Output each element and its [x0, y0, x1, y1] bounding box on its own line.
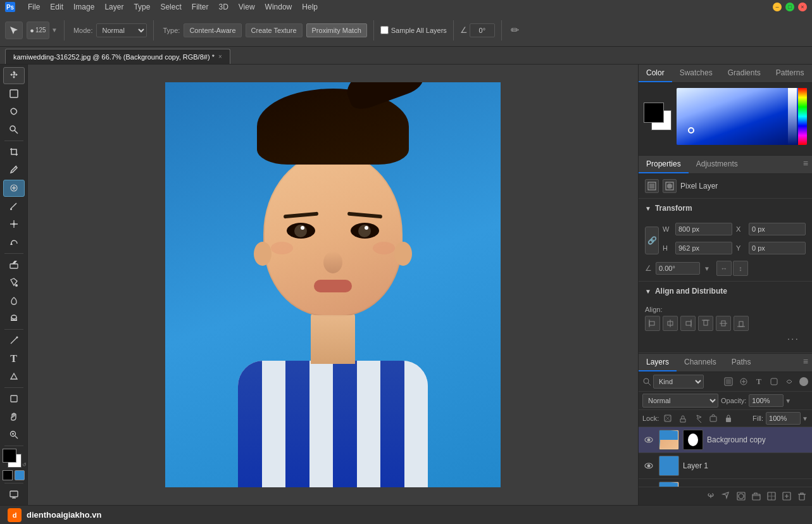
tab-properties[interactable]: Properties [639, 156, 689, 173]
hand-tool[interactable] [3, 408, 25, 425]
dodge-tool[interactable] [3, 310, 25, 327]
menu-help[interactable]: Help [302, 3, 318, 11]
mode-select[interactable]: Normal [96, 23, 147, 37]
brush-preset-button[interactable]: ● 125 [27, 22, 49, 39]
filter-adjustment-button[interactable] [737, 375, 750, 388]
align-horiz-center-button[interactable] [663, 316, 678, 331]
x-input[interactable] [749, 223, 806, 235]
menu-layer[interactable]: Layer [104, 3, 123, 11]
menu-view[interactable]: View [239, 3, 255, 11]
lock-all-button[interactable] [722, 412, 735, 425]
angle-dropdown-icon[interactable]: ▼ [704, 265, 710, 272]
eyedropper-tool[interactable] [3, 161, 25, 178]
minimize-button[interactable]: – [773, 3, 782, 11]
width-input[interactable] [675, 223, 732, 235]
align-vert-center-button[interactable] [716, 316, 731, 331]
alpha-slider[interactable] [788, 88, 797, 145]
quick-mask-icon[interactable] [15, 470, 25, 480]
move-tool[interactable] [3, 67, 25, 84]
sample-all-layers-label[interactable]: Sample All Layers [380, 26, 447, 34]
layers-filter-select[interactable]: Kind [653, 375, 704, 389]
opacity-input[interactable] [749, 394, 784, 407]
properties-panel-menu-button[interactable]: ≡ [799, 156, 812, 173]
reset-colors-icon[interactable]: ↺ [22, 462, 27, 468]
layer-item-background-copy[interactable]: Background copy [639, 427, 812, 453]
filter-type-button[interactable]: T [753, 375, 765, 388]
lock-image-button[interactable] [677, 412, 689, 425]
hue-slider[interactable] [798, 88, 807, 145]
maximize-button[interactable]: □ [785, 3, 794, 11]
tab-adjustments[interactable]: Adjustments [689, 156, 746, 173]
brush-dropdown-icon[interactable]: ▼ [51, 27, 58, 34]
tab-channels[interactable]: Channels [677, 354, 724, 371]
angle-input[interactable] [470, 23, 495, 37]
tab-close-button[interactable]: × [218, 53, 222, 60]
lasso-tool[interactable] [3, 103, 25, 120]
align-right-edge-button[interactable] [680, 316, 696, 331]
new-group-button[interactable] [750, 490, 763, 502]
new-adjustment-layer-button[interactable] [765, 490, 778, 502]
pen-tool[interactable] [3, 332, 25, 349]
flip-horiz-button[interactable]: ↔ [716, 261, 732, 276]
height-input[interactable] [675, 242, 732, 254]
transform-section-header[interactable]: ▼ Transform [639, 199, 812, 218]
menu-window[interactable]: Window [265, 3, 292, 11]
tab-patterns[interactable]: Patterns [768, 65, 812, 82]
flip-vert-button[interactable]: ↕ [733, 261, 748, 276]
new-layer-button[interactable] [780, 490, 793, 502]
align-top-edge-button[interactable] [698, 316, 713, 331]
standard-mode-icon[interactable] [3, 470, 13, 480]
fill-dropdown-icon[interactable]: ▼ [802, 415, 808, 422]
delete-layer-button[interactable] [796, 490, 808, 502]
eraser-tool[interactable] [3, 256, 25, 273]
document-tab[interactable]: kamiwedding-316252.jpg @ 66.7% (Backgrou… [5, 49, 230, 64]
filter-toggle-button[interactable] [799, 377, 808, 386]
fill-input[interactable] [766, 412, 801, 425]
paint-bucket-tool[interactable] [3, 274, 25, 290]
layer-item-layer1[interactable]: Layer 1 [639, 453, 812, 479]
history-brush-tool[interactable] [3, 234, 25, 250]
foreground-color-swatch[interactable] [3, 449, 16, 463]
sample-all-layers-checkbox[interactable] [380, 26, 389, 34]
tab-paths[interactable]: Paths [724, 354, 759, 371]
layer-visibility-layer1[interactable] [642, 459, 655, 472]
tab-gradients[interactable]: Gradients [720, 65, 768, 82]
transform-angle-input[interactable] [656, 262, 700, 275]
align-left-edge-button[interactable] [645, 316, 660, 331]
menu-3d[interactable]: 3D [218, 3, 228, 11]
canvas-image[interactable] [165, 82, 501, 487]
tab-swatches[interactable]: Swatches [672, 65, 720, 82]
color-spectrum-picker[interactable] [677, 88, 807, 145]
shape-tool[interactable] [3, 390, 25, 407]
content-aware-button[interactable]: Content-Aware [184, 23, 241, 37]
screen-mode-button[interactable] [3, 486, 25, 502]
link-dimensions-button[interactable]: 🔗 [645, 227, 659, 254]
blur-tool[interactable] [3, 292, 25, 308]
path-selection-tool[interactable] [3, 368, 25, 385]
tab-layers[interactable]: Layers [639, 354, 677, 371]
add-style-button[interactable] [720, 490, 732, 502]
y-input[interactable] [749, 242, 806, 254]
brush-tool[interactable] [3, 198, 25, 215]
edit-settings-button[interactable]: ✏ [508, 23, 522, 37]
selection-tool[interactable] [3, 85, 25, 102]
menu-select[interactable]: Select [160, 3, 181, 11]
filter-pixel-button[interactable] [722, 375, 735, 388]
crop-tool[interactable] [3, 144, 25, 160]
menu-filter[interactable]: Filter [192, 3, 209, 11]
layer-visibility-background-copy[interactable] [642, 434, 655, 446]
lock-position-button[interactable] [692, 412, 704, 425]
menu-type[interactable]: Type [134, 3, 150, 11]
color-swatch-container[interactable]: ↺ [3, 449, 25, 466]
menu-edit[interactable]: Edit [50, 3, 63, 11]
blend-mode-select[interactable]: Normal [642, 394, 718, 408]
align-bottom-edge-button[interactable] [734, 316, 749, 331]
tool-select-button[interactable] [5, 22, 23, 39]
link-layers-button[interactable] [704, 490, 717, 502]
menu-image[interactable]: Image [73, 3, 94, 11]
lock-artboards-button[interactable] [707, 412, 720, 425]
filter-shape-button[interactable] [768, 375, 780, 388]
layers-panel-menu-button[interactable]: ≡ [799, 354, 812, 371]
close-button[interactable]: × [798, 3, 807, 11]
proximity-match-button[interactable]: Proximity Match [306, 23, 367, 37]
